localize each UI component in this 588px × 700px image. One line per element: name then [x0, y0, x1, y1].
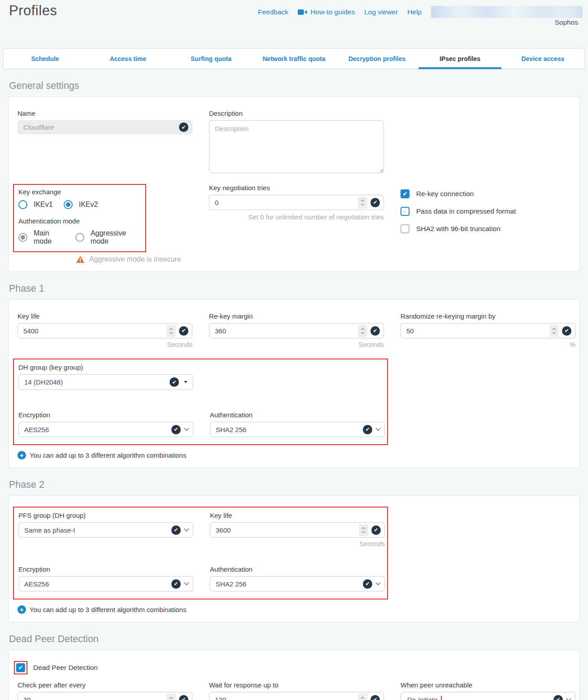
key-negotiation-label: Key negotiation tries — [209, 184, 384, 192]
caret-down-icon — [184, 381, 187, 383]
phase2-algorithms-annotation-box: PFS group (DH group) Same as phase-I Key… — [13, 507, 388, 599]
log-viewer-link[interactable]: Log viewer — [364, 8, 398, 16]
rekey-margin-input[interactable]: 360 — [209, 323, 384, 338]
dpd-panel: Dead Peer Detection Check peer after eve… — [8, 650, 580, 700]
plus-circle-icon[interactable] — [17, 451, 26, 459]
key-exchange-annotation-box: Key exchange IKEv1 IKEv2 Authentication … — [13, 184, 146, 252]
checkbox[interactable] — [401, 207, 409, 216]
rekey-margin-label: Re-key margin — [209, 312, 384, 320]
name-input: Cloudflare — [17, 120, 192, 134]
user-account-dropdown[interactable] — [431, 6, 583, 18]
sha2-truncation-option[interactable]: SHA2 with 96-bit truncation — [401, 220, 575, 237]
peer-unreachable-label: When peer unreachable — [401, 681, 575, 689]
help-link[interactable]: Help — [407, 8, 422, 16]
dpd-checkbox[interactable] — [16, 663, 25, 672]
plus-circle-icon[interactable] — [17, 605, 26, 614]
dpd-toggle-label: Dead Peer Detection — [33, 664, 98, 672]
tab-surfing-quota[interactable]: Surfing quota — [170, 48, 253, 69]
p2-key-life-label: Key life — [210, 512, 385, 519]
key-negotiation-input[interactable]: 0 — [209, 195, 384, 210]
p1-authentication-select[interactable]: SHA2 256 — [210, 422, 385, 437]
number-stepper[interactable] — [359, 524, 368, 536]
phase2-heading: Phase 2 — [9, 479, 588, 490]
number-stepper[interactable] — [358, 325, 367, 337]
dh-group-select[interactable]: 14 (DH2048) — [18, 374, 193, 390]
p2-authentication-label: Authentication — [210, 565, 385, 573]
radio-ikev2[interactable]: IKEv2 — [64, 200, 98, 209]
valid-check-icon — [370, 198, 380, 207]
p2-authentication-select[interactable]: SHA2 256 — [210, 576, 385, 591]
p1-encryption-label: Encryption — [18, 411, 193, 419]
chevron-down-icon — [184, 528, 189, 532]
number-stepper[interactable] — [166, 325, 176, 337]
feedback-link[interactable]: Feedback — [258, 8, 288, 16]
phase2-panel: PFS group (DH group) Same as phase-I Key… — [8, 495, 580, 622]
radio-button[interactable] — [18, 200, 27, 209]
rekey-connection-option[interactable]: Re-key connection — [401, 185, 575, 202]
dpd-checkbox-annotation-box — [14, 661, 27, 674]
p1-encryption-select[interactable]: AES256 — [18, 422, 193, 437]
tab-ipsec-profiles[interactable]: IPsec profiles — [418, 48, 501, 69]
pfs-group-select[interactable]: Same as phase-I — [18, 522, 193, 538]
valid-check-icon — [553, 695, 563, 700]
p2-add-combination-note[interactable]: You can add up to 3 different algorithm … — [17, 605, 571, 614]
page-title: Profiles — [9, 3, 57, 19]
tab-decryption-profiles[interactable]: Decryption profiles — [335, 48, 418, 69]
tab-network-traffic-quota[interactable]: Network traffic quota — [253, 48, 335, 69]
valid-check-icon — [171, 425, 181, 434]
valid-check-icon — [179, 122, 188, 132]
chevron-down-icon — [184, 428, 189, 431]
number-stepper[interactable] — [358, 694, 367, 700]
radio-ikev1[interactable]: IKEv1 — [18, 200, 53, 209]
compressed-format-option[interactable]: Pass data in compressed format — [401, 202, 575, 220]
p2-key-life-input[interactable]: 3600 — [210, 522, 385, 538]
radio-button[interactable] — [64, 200, 73, 209]
p1-key-life-input[interactable]: 5400 — [17, 323, 192, 338]
phase1-algorithms-annotation-box: DH group (key group) 14 (DH2048) Encrypt… — [13, 359, 388, 445]
radio-button[interactable] — [18, 233, 27, 242]
radio-button[interactable] — [75, 233, 84, 242]
top-nav: Feedback How-to guides Log viewer Help — [258, 6, 582, 18]
radio-main-mode[interactable]: Main mode — [18, 229, 65, 245]
randomize-margin-input[interactable]: 50 — [401, 323, 575, 338]
valid-check-icon — [363, 425, 372, 434]
p1-add-combination-note[interactable]: You can add up to 3 different algorithm … — [17, 451, 571, 459]
valid-check-icon — [170, 377, 179, 387]
general-settings-heading: General settings — [9, 80, 588, 92]
p2-encryption-label: Encryption — [18, 565, 193, 573]
valid-check-icon — [562, 326, 571, 336]
wait-response-input[interactable]: 120 — [209, 692, 384, 700]
number-stepper[interactable] — [549, 325, 559, 337]
warning-triangle-icon — [76, 255, 85, 263]
valid-check-icon — [179, 695, 188, 700]
valid-check-icon — [370, 695, 380, 700]
key-negotiation-helper: Set 0 for unlimited number of negotiatio… — [209, 213, 384, 221]
radio-aggressive-mode[interactable]: Aggressive mode — [75, 229, 141, 245]
key-exchange-label: Key exchange — [18, 188, 141, 196]
description-textarea[interactable] — [209, 120, 384, 173]
dh-group-label: DH group (key group) — [18, 363, 383, 371]
checkbox[interactable] — [401, 189, 409, 198]
reinitiate-annotation-box: Re-initiate — [406, 696, 442, 700]
chevron-down-icon — [375, 428, 381, 431]
randomize-margin-label: Randomize re-keying margin by — [401, 312, 575, 320]
p1-key-life-label: Key life — [17, 312, 192, 320]
number-stepper[interactable] — [358, 197, 367, 209]
peer-unreachable-select[interactable]: Re-initiate — [401, 692, 575, 700]
valid-check-icon — [363, 579, 372, 589]
tab-access-time[interactable]: Access time — [87, 48, 170, 69]
phase1-panel: Key life 5400 Seconds Re-key margin 360 … — [8, 299, 580, 468]
phase1-heading: Phase 1 — [9, 283, 588, 294]
tab-schedule[interactable]: Schedule — [4, 48, 87, 69]
valid-check-icon — [370, 326, 380, 336]
redacted-user-name — [431, 6, 583, 18]
p2-encryption-select[interactable]: AES256 — [18, 576, 193, 591]
chevron-down-icon — [375, 582, 381, 586]
valid-check-icon — [171, 525, 181, 535]
chevron-down-icon — [184, 582, 189, 586]
how-to-guides-link[interactable]: How-to guides — [298, 8, 355, 16]
number-stepper[interactable] — [166, 694, 176, 700]
check-peer-input[interactable]: 30 — [17, 692, 192, 700]
tab-device-access[interactable]: Device access — [501, 48, 584, 69]
checkbox[interactable] — [401, 224, 409, 233]
